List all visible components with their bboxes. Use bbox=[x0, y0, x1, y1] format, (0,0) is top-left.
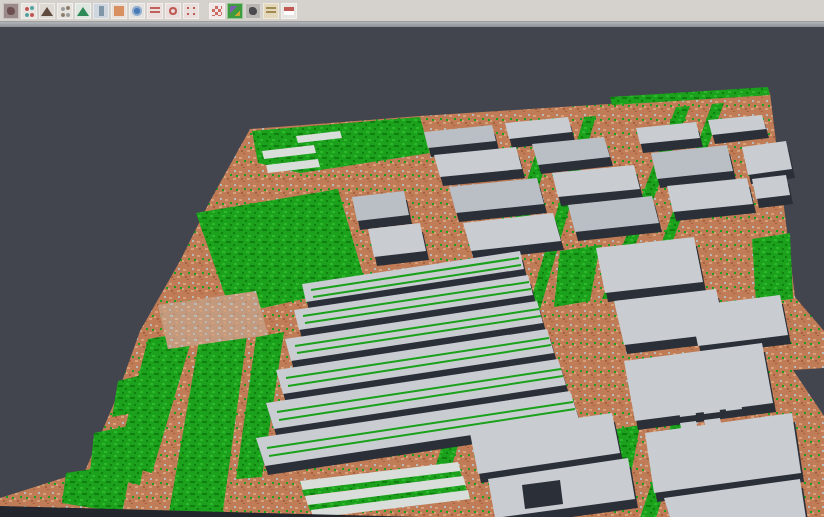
app-window bbox=[0, 0, 824, 517]
toolbar bbox=[0, 0, 824, 22]
markers-icon[interactable] bbox=[57, 3, 73, 19]
globe-icon[interactable] bbox=[129, 3, 145, 19]
dark-building bbox=[522, 480, 563, 509]
viewport-3d[interactable] bbox=[0, 27, 824, 517]
contours-icon[interactable] bbox=[263, 3, 279, 19]
extents-icon[interactable] bbox=[183, 3, 199, 19]
orthoimage-icon[interactable] bbox=[111, 3, 127, 19]
legend-icon[interactable] bbox=[281, 3, 297, 19]
texture-icon[interactable] bbox=[3, 3, 19, 19]
target-icon[interactable] bbox=[165, 3, 181, 19]
terrain-icon[interactable] bbox=[75, 3, 91, 19]
column-icon[interactable] bbox=[93, 3, 109, 19]
grid-icon[interactable] bbox=[209, 3, 225, 19]
shade-icon[interactable] bbox=[245, 3, 261, 19]
points-icon[interactable] bbox=[21, 3, 37, 19]
point-cloud-scene[interactable] bbox=[0, 27, 824, 517]
list-icon[interactable] bbox=[147, 3, 163, 19]
surface-icon[interactable] bbox=[39, 3, 55, 19]
classification-icon[interactable] bbox=[227, 3, 243, 19]
